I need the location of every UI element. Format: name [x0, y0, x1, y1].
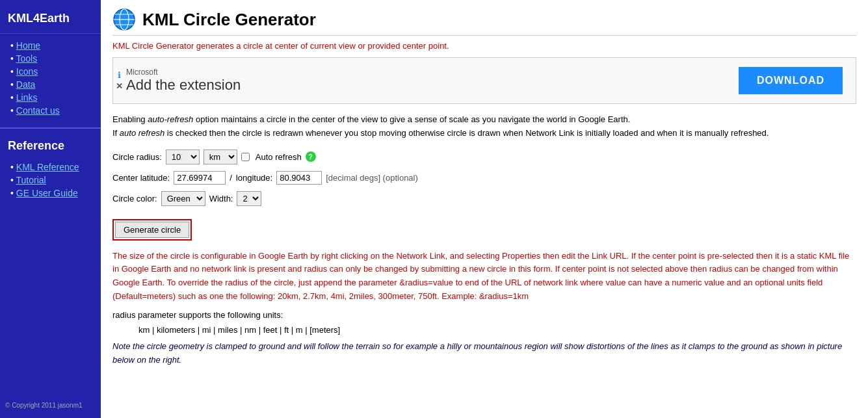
description-text: Enabling auto-refresh option maintains a…: [112, 113, 856, 140]
desc-line1: Enabling auto-refresh option maintains a…: [112, 114, 630, 124]
download-button[interactable]: DOWNLOAD: [739, 67, 843, 94]
ref-item: GE User Guide: [0, 187, 101, 200]
ref-link[interactable]: KML Reference: [16, 162, 79, 172]
color-label: Circle color:: [112, 194, 157, 203]
ad-text-block: Microsoft Add the extension: [126, 68, 241, 94]
radius-select[interactable]: 1052050100: [166, 150, 200, 164]
nav-list: HomeToolsIconsDataLinksContact us: [0, 34, 101, 122]
subtitle: KML Circle Generator generates a circle …: [112, 41, 856, 51]
ref-link[interactable]: Tutorial: [16, 175, 46, 185]
auto-refresh-label: Auto refresh: [256, 152, 302, 162]
sidebar-link[interactable]: Tools: [16, 53, 38, 64]
sidebar-item: Tools: [0, 52, 101, 65]
sidebar-item: Links: [0, 91, 101, 104]
site-title: KML4Earth: [0, 7, 101, 34]
ref-link[interactable]: GE User Guide: [16, 188, 78, 198]
lon-input[interactable]: [276, 171, 322, 185]
color-row: Circle color: GreenRedBlueYellowWhiteBla…: [112, 191, 856, 206]
main-content: KML Circle Generator KML Circle Generato…: [101, 0, 868, 418]
ref-list: KML ReferenceTutorialGE User Guide: [0, 155, 101, 205]
sidebar-link[interactable]: Home: [16, 40, 40, 51]
units-line: km | kilometers | mi | miles | nm | feet…: [138, 325, 856, 335]
sidebar-link[interactable]: Icons: [16, 66, 38, 77]
sidebar-link[interactable]: Data: [16, 79, 36, 90]
width-select[interactable]: 21345: [237, 191, 261, 206]
info-para: The size of the circle is configurable i…: [112, 250, 856, 304]
nav-divider: [0, 127, 101, 129]
optional-text: [decimal degs] (optional): [326, 173, 418, 183]
sidebar-link[interactable]: Links: [16, 92, 38, 103]
desc-line2: If auto refresh is checked then the circ…: [112, 128, 769, 138]
sidebar-item: Data: [0, 78, 101, 91]
reference-nav: KML ReferenceTutorialGE User Guide: [0, 155, 101, 205]
ad-heading: Add the extension: [126, 77, 241, 94]
lon-label: longitude:: [236, 173, 272, 183]
ad-close-info: ℹ ✕: [116, 70, 123, 91]
width-label: Width:: [209, 194, 233, 203]
generate-circle-button[interactable]: Generate circle: [115, 222, 189, 238]
sidebar-item: Contact us: [0, 104, 101, 117]
primary-nav: HomeToolsIconsDataLinksContact us: [0, 34, 101, 122]
sidebar-item: Home: [0, 39, 101, 52]
ref-item: Tutorial: [0, 174, 101, 187]
auto-refresh-checkbox[interactable]: [241, 153, 250, 161]
lat-input[interactable]: [174, 171, 226, 185]
sidebar: KML4Earth HomeToolsIconsDataLinksContact…: [0, 0, 101, 418]
page-header: KML Circle Generator: [112, 8, 856, 36]
reference-section-title: Reference: [0, 134, 101, 155]
color-select[interactable]: GreenRedBlueYellowWhiteBlack: [161, 191, 205, 206]
sidebar-link[interactable]: Contact us: [16, 105, 60, 116]
help-icon[interactable]: ?: [306, 151, 316, 162]
page-title: KML Circle Generator: [142, 10, 316, 30]
note-italic: Note the circle geometry is clamped to g…: [112, 340, 856, 367]
ad-brand: Microsoft: [126, 68, 241, 77]
slash: /: [230, 173, 232, 183]
copyright: © Copyright 2011 jasonm1: [0, 397, 101, 411]
ad-close-icon[interactable]: ✕: [116, 81, 123, 91]
units-para: radius parameter supports the following …: [112, 310, 856, 320]
radius-label: Circle radius:: [112, 152, 162, 162]
ref-item: KML Reference: [0, 161, 101, 174]
lat-label: Center latitude:: [112, 173, 170, 183]
sidebar-item: Icons: [0, 65, 101, 78]
latlon-row: Center latitude: / longitude: [decimal d…: [112, 171, 856, 185]
generate-btn-wrapper: Generate circle: [112, 219, 192, 241]
ad-banner: ℹ ✕ Microsoft Add the extension DOWNLOAD: [112, 57, 856, 104]
unit-select[interactable]: kmminmfeetm: [204, 150, 237, 164]
info-icon[interactable]: ℹ: [118, 70, 121, 80]
radius-row: Circle radius: 1052050100 kmminmfeetm Au…: [112, 150, 856, 164]
globe-icon: [112, 8, 136, 31]
